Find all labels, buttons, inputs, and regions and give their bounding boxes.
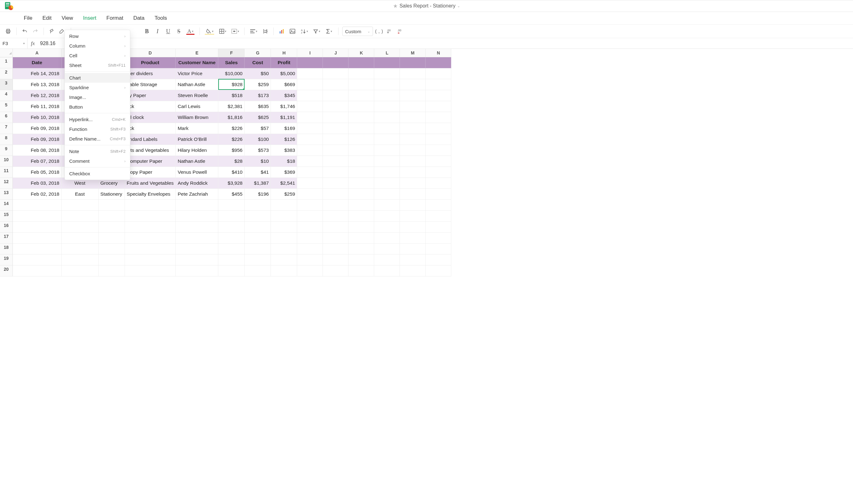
cell-I12[interactable] (297, 178, 323, 188)
cell-E17[interactable] (176, 232, 218, 243)
insert-button[interactable]: Button (65, 102, 130, 112)
cell-G13[interactable]: $196 (245, 188, 271, 199)
row-header-3[interactable]: 3 (0, 79, 13, 90)
cell-I14[interactable] (297, 199, 323, 210)
cell-N20[interactable] (426, 265, 451, 276)
cell-M18[interactable] (400, 243, 426, 254)
cell-D20[interactable] (125, 265, 176, 276)
cell-B18[interactable] (61, 243, 98, 254)
cell-F6[interactable]: $1,816 (218, 112, 245, 123)
cell-D7[interactable]: ock (125, 123, 176, 134)
menu-edit[interactable]: Edit (37, 12, 56, 24)
column-header-K[interactable]: K (349, 49, 374, 57)
cell-I3[interactable] (297, 79, 323, 90)
row-header-1[interactable]: 1 (0, 57, 13, 68)
cell-G2[interactable]: $50 (245, 68, 271, 79)
cell-L2[interactable] (374, 68, 400, 79)
cell-F10[interactable]: $28 (218, 156, 245, 166)
autosum-button[interactable]: Σ▾ (324, 27, 334, 36)
cell-A6[interactable]: Feb 10, 2018 (13, 112, 61, 123)
cell-J9[interactable] (323, 145, 349, 156)
cell-A14[interactable] (13, 199, 61, 210)
cell-I9[interactable] (297, 145, 323, 156)
cell-M2[interactable] (400, 68, 426, 79)
cell-J4[interactable] (323, 90, 349, 101)
column-header-M[interactable]: M (400, 49, 426, 57)
cell-I11[interactable] (297, 166, 323, 178)
cell-I18[interactable] (297, 243, 323, 254)
cell-G4[interactable]: $173 (245, 90, 271, 101)
cell-J16[interactable] (323, 221, 349, 232)
cell-N15[interactable] (426, 210, 451, 221)
cell-M8[interactable] (400, 134, 426, 145)
cell-M15[interactable] (400, 210, 426, 221)
cell-I2[interactable] (297, 68, 323, 79)
cell-J18[interactable] (323, 243, 349, 254)
cell-J11[interactable] (323, 166, 349, 178)
italic-button[interactable]: I (153, 27, 162, 36)
cell-G12[interactable]: $1,387 (245, 178, 271, 188)
row-header-8[interactable]: 8 (0, 134, 13, 145)
cell-M5[interactable] (400, 101, 426, 112)
cell-C15[interactable] (98, 210, 125, 221)
merge-cells-button[interactable]: ▾ (230, 27, 241, 36)
redo-icon[interactable] (31, 27, 40, 36)
cell-J5[interactable] (323, 101, 349, 112)
cell-N11[interactable] (426, 166, 451, 178)
cell-H13[interactable]: $259 (271, 188, 297, 199)
row-header-7[interactable]: 7 (0, 123, 13, 134)
cell-F20[interactable] (218, 265, 245, 276)
cell-L16[interactable] (374, 221, 400, 232)
cell-G10[interactable]: $10 (245, 156, 271, 166)
cell-C17[interactable] (98, 232, 125, 243)
cell-A9[interactable]: Feb 08, 2018 (13, 145, 61, 156)
cell-I5[interactable] (297, 101, 323, 112)
cell-H16[interactable] (271, 221, 297, 232)
format-painter-icon[interactable] (48, 27, 56, 36)
cell-A17[interactable] (13, 232, 61, 243)
cell-J2[interactable] (323, 68, 349, 79)
cell-B13[interactable]: East (61, 188, 98, 199)
cell-I6[interactable] (297, 112, 323, 123)
insert-image-icon[interactable] (288, 27, 297, 36)
cell-L15[interactable] (374, 210, 400, 221)
cell-D6[interactable]: all clock (125, 112, 176, 123)
cell-N12[interactable] (426, 178, 451, 188)
cell-A19[interactable] (13, 254, 61, 265)
cell-E4[interactable]: Steven Roelle (176, 90, 218, 101)
row-header-11[interactable]: 11 (0, 166, 13, 178)
cell-N9[interactable] (426, 145, 451, 156)
cell-M19[interactable] (400, 254, 426, 265)
cell-C18[interactable] (98, 243, 125, 254)
cell-I20[interactable] (297, 265, 323, 276)
insert-chart[interactable]: Chart (65, 73, 130, 83)
cell-C14[interactable] (98, 199, 125, 210)
header-cell-E[interactable]: Customer Name (176, 57, 218, 68)
cell-E8[interactable]: Patrick O'Brill (176, 134, 218, 145)
insert-row[interactable]: Row› (65, 31, 130, 41)
cell-I13[interactable] (297, 188, 323, 199)
cell-L17[interactable] (374, 232, 400, 243)
cell-H20[interactable] (271, 265, 297, 276)
cell-E16[interactable] (176, 221, 218, 232)
cell-D14[interactable] (125, 199, 176, 210)
header-cell-G[interactable]: Cost (245, 57, 271, 68)
cell-C16[interactable] (98, 221, 125, 232)
insert-note[interactable]: NoteShift+F2 (65, 146, 130, 156)
cell-H3[interactable]: $669 (271, 79, 297, 90)
row-header-18[interactable]: 18 (0, 243, 13, 254)
cell-L3[interactable] (374, 79, 400, 90)
cell-L13[interactable] (374, 188, 400, 199)
header-cell-K[interactable] (349, 57, 374, 68)
cell-A4[interactable]: Feb 12, 2018 (13, 90, 61, 101)
cell-G8[interactable]: $100 (245, 134, 271, 145)
strikethrough-button[interactable]: S (174, 27, 183, 36)
cell-L4[interactable] (374, 90, 400, 101)
column-header-J[interactable]: J (323, 49, 349, 57)
cell-N4[interactable] (426, 90, 451, 101)
cell-F8[interactable]: $226 (218, 134, 245, 145)
borders-button[interactable]: ▾ (217, 27, 228, 36)
header-cell-H[interactable]: Profit (271, 57, 297, 68)
cell-A10[interactable]: Feb 07, 2018 (13, 156, 61, 166)
cell-D3[interactable]: rtable Storage (125, 79, 176, 90)
